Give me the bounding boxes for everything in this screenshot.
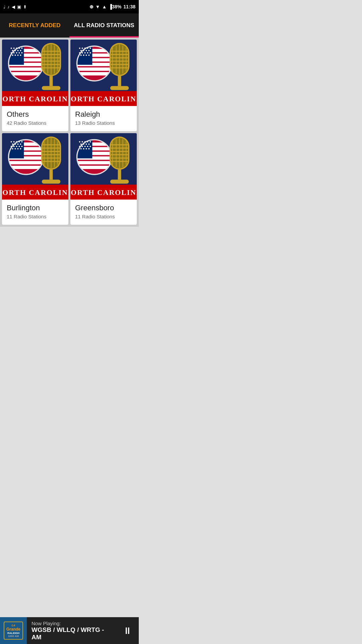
card-greensboro-title: Greensboro (75, 204, 132, 212)
svg-point-15 (21, 48, 22, 49)
svg-rect-138 (42, 180, 60, 184)
card-raleigh-subtitle: 13 Radio Stations (75, 120, 132, 126)
svg-point-24 (21, 52, 22, 54)
svg-point-12 (13, 48, 15, 49)
svg-point-70 (87, 52, 88, 54)
svg-point-164 (87, 146, 88, 147)
svg-point-22 (16, 52, 17, 54)
svg-point-69 (84, 52, 86, 54)
svg-point-152 (79, 141, 80, 143)
card-raleigh-info: Raleigh 13 Radio Stations (70, 106, 137, 131)
svg-point-27 (17, 55, 19, 56)
tab-recently-added[interactable]: RECENTLY ADDED (0, 13, 69, 38)
card-greensboro-image: NORTH CAROLINA (70, 133, 137, 200)
svg-point-120 (15, 148, 16, 150)
card-others[interactable]: NORTH CAROLINA Others 42 Radio Stations (2, 40, 68, 131)
svg-rect-150 (77, 166, 112, 169)
svg-text:NORTH CAROLINA: NORTH CAROLINA (2, 95, 68, 103)
svg-point-166 (80, 148, 82, 150)
svg-point-18 (17, 50, 19, 51)
svg-point-23 (19, 52, 20, 54)
svg-rect-185 (110, 180, 129, 184)
tab-all-radio-stations[interactable]: ALL RADIO STATIONS (69, 13, 139, 38)
svg-point-59 (82, 48, 83, 49)
card-burlington-info: Burlington 11 Radio Stations (2, 200, 68, 225)
svg-point-122 (20, 148, 21, 150)
svg-point-66 (88, 50, 89, 51)
wifi-icon: ▼ (96, 4, 100, 9)
svg-point-73 (83, 55, 84, 56)
card-burlington-subtitle: 11 Radio Stations (7, 214, 64, 219)
svg-point-65 (86, 50, 87, 51)
svg-rect-137 (50, 170, 53, 180)
card-others-image: NORTH CAROLINA (2, 40, 68, 106)
svg-point-109 (21, 141, 22, 143)
svg-point-153 (82, 141, 83, 143)
svg-rect-102 (9, 161, 43, 164)
card-others-info: Others 42 Radio Stations (2, 106, 68, 131)
music-icon-2: ♪ (7, 4, 10, 9)
tab-bar: RECENTLY ADDED ALL RADIO STATIONS (0, 13, 139, 38)
card-others-subtitle: 42 Radio Stations (7, 120, 64, 126)
svg-point-167 (83, 148, 84, 150)
svg-point-119 (12, 148, 13, 150)
svg-point-157 (80, 144, 82, 145)
card-burlington-title: Burlington (7, 204, 64, 212)
svg-point-26 (15, 55, 16, 56)
svg-rect-55 (77, 67, 112, 71)
card-greensboro-subtitle: 11 Radio Stations (75, 214, 132, 219)
svg-point-71 (89, 52, 91, 54)
svg-point-165 (89, 146, 91, 147)
svg-rect-184 (118, 170, 121, 180)
time: 11:38 (123, 4, 135, 9)
card-greensboro[interactable]: NORTH CAROLINA Greensboro 11 Radio Stati… (70, 133, 137, 225)
signal-icon: ▲ (102, 4, 107, 9)
card-burlington[interactable]: NORTH CAROLINA Burlington 11 Radio Stati… (2, 133, 68, 225)
add-icon: ⊕ (89, 4, 94, 9)
svg-rect-90 (118, 76, 121, 86)
svg-point-117 (19, 146, 20, 147)
svg-rect-56 (77, 72, 112, 75)
svg-text:NORTH CAROLINA: NORTH CAROLINA (2, 189, 68, 197)
svg-point-169 (88, 148, 89, 150)
svg-point-58 (79, 48, 80, 49)
svg-point-160 (88, 144, 89, 145)
card-burlington-image: NORTH CAROLINA (2, 133, 68, 200)
svg-point-110 (12, 144, 13, 145)
svg-point-121 (17, 148, 19, 150)
svg-point-105 (11, 141, 12, 143)
svg-point-118 (21, 146, 22, 147)
card-greensboro-info: Greensboro 11 Radio Stations (70, 200, 137, 225)
card-raleigh-title: Raleigh (75, 110, 132, 119)
battery-icon: ▐38% (109, 4, 121, 9)
music-icon-1: ♩ (3, 4, 5, 9)
svg-point-19 (20, 50, 21, 51)
svg-point-28 (20, 55, 21, 56)
status-icons: ♩ ♪ ◀ ▣ ⬆ (3, 4, 27, 9)
svg-point-68 (82, 52, 83, 54)
svg-point-159 (86, 144, 87, 145)
svg-point-21 (13, 52, 15, 54)
svg-rect-91 (110, 86, 129, 90)
svg-point-63 (80, 50, 82, 51)
svg-point-106 (13, 141, 15, 143)
svg-point-162 (82, 146, 83, 147)
svg-point-156 (89, 141, 91, 143)
svg-text:NORTH CAROLINA: NORTH CAROLINA (70, 189, 137, 197)
svg-rect-8 (9, 67, 43, 71)
svg-point-62 (89, 48, 91, 49)
svg-rect-103 (9, 166, 43, 169)
svg-point-11 (11, 48, 12, 49)
card-raleigh[interactable]: NORTH CAROLINA Raleigh 13 Radio Stations (70, 40, 137, 131)
status-right: ⊕ ▼ ▲ ▐38% 11:38 (89, 4, 135, 9)
upload-icon: ⬆ (23, 4, 27, 9)
back-icon: ◀ (12, 4, 15, 9)
svg-rect-43 (50, 76, 53, 86)
station-grid: NORTH CAROLINA Others 42 Radio Stations (0, 38, 139, 227)
svg-rect-9 (9, 72, 43, 75)
svg-point-72 (80, 55, 82, 56)
svg-point-74 (86, 55, 87, 56)
svg-point-116 (16, 146, 17, 147)
svg-point-115 (13, 146, 15, 147)
image-icon: ▣ (17, 4, 21, 9)
